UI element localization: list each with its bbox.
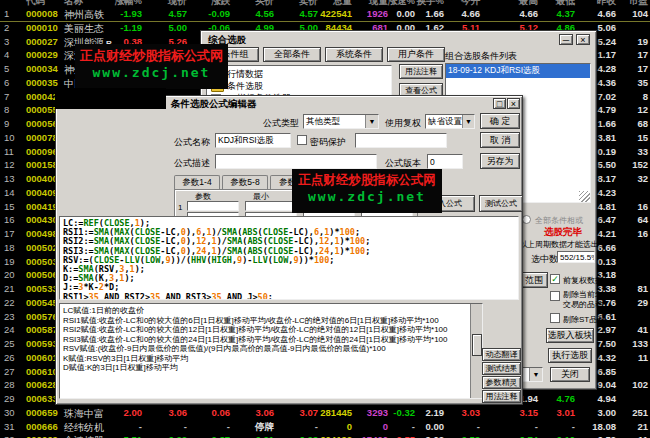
quote-value: 35 [637,77,648,88]
quote-value: 16 [637,201,648,212]
close-icon[interactable]: × [507,98,520,109]
watermark-url: www.zdcj.net [292,189,442,204]
tab-1[interactable]: 全部条件 [263,47,321,62]
quote-value: 604192 [320,434,352,438]
translation-line: D赋值:K的3日[1日权重]移动平均 [63,363,479,373]
row-number: 32 [4,434,15,438]
code-line: D:=SMA(K,3,1); [63,274,515,283]
add-to-board-button[interactable]: 选股入板块 [546,328,594,343]
quote-value: 4.23 [598,187,617,198]
formula-desc-label: 公式描述 [174,157,210,170]
tab-2[interactable]: 系统条件 [325,47,383,62]
side-button-3[interactable]: 用法注释 [482,390,521,403]
row-number: 20 [4,269,15,280]
stock-code: 000666 [26,421,58,432]
stock-code: 000096 [26,146,58,157]
formula-type-dropdown[interactable]: 其他类型▼ [303,114,379,129]
table-row[interactable]: 30000659珠海中富2.003.060.063.063.0728144532… [0,407,650,420]
formula-desc-input[interactable] [215,154,377,169]
exclude-st-checkbox[interactable] [550,313,560,323]
execute-select-button[interactable]: 执行选股 [548,348,592,363]
stock-name: 神州高铁 [64,8,104,22]
stock-code: 000659 [26,407,58,418]
minimize-icon[interactable]: ─ [559,34,573,45]
quote-value: 5.00 [169,22,188,33]
quote-value: 6.53 [462,434,481,438]
adjusted-data-label: 前复权数据 [563,275,603,286]
quote-value: 11 [638,434,648,438]
quote-value: 0.13 [598,256,617,267]
test-formula-button[interactable]: 测试公式 [479,195,523,212]
quote-value: 2.00 [124,407,143,418]
stock-code: 000430 [26,214,58,225]
watermark-url: www.zdcj.net [75,65,228,80]
list-item-selected[interactable]: 18-09-12 KDJ和RSI选股 [446,64,590,78]
row-number: 3 [4,36,9,47]
all-or-radio[interactable] [522,215,531,224]
resize-grip-icon[interactable] [579,191,590,202]
tab-3[interactable]: 用户条件 [387,47,445,62]
quote-value: 4.81 [598,201,617,212]
quote-value: 6.10 [557,434,576,438]
row-number: 11 [4,146,14,157]
exclude-untraded-checkbox[interactable] [550,291,560,301]
ok-button[interactable]: 确 定 [480,113,520,129]
side-button-0[interactable]: 动态翻译 [482,348,521,361]
quote-value: 133 [632,338,648,349]
adjusted-data-checkbox[interactable]: ✓ [550,274,560,284]
formula-code-editor[interactable]: LC:=REF(CLOSE,1);RSI1:=SMA(MAX(CLOSE-LC,… [59,216,519,300]
row-number: 9 [4,118,9,129]
stock-code: 000027 [26,36,58,47]
param-tab-1[interactable]: 参数5-8 [222,175,268,189]
password-checkbox[interactable] [297,135,307,145]
password-input[interactable] [355,133,447,148]
quote-value: 3.03 [462,407,481,418]
param-tab-0[interactable]: 参数1-4 [174,175,220,189]
row-number: 29 [4,393,15,404]
selected-count-value: 552/15.5% [557,251,595,263]
side-button-1[interactable]: 测试结果 [482,362,521,375]
quote-value: - [412,421,415,432]
row-number: 17 [4,228,15,239]
quote-value: 0.19 [598,146,617,157]
quote-value: 4.28 [598,63,617,74]
formula-version-input[interactable]: 0 [427,154,463,169]
side-button-2[interactable]: 参数精灵 [482,376,521,389]
quote-value: 4.57 [169,8,188,19]
table-row[interactable]: 31000666经纬纺机---停牌-00-0.00---18.0821 [0,421,650,434]
adjust-dropdown[interactable]: 缺省设置▼ [425,114,475,129]
stock-code: 000503 [26,256,58,267]
quote-value: 1.17 [598,49,617,60]
quote-value: 29 [637,297,648,308]
quote-value: -1.19 [120,22,142,33]
quote-value: 6.21 [256,434,275,438]
table-row[interactable]: 1000008神州高铁-1.934.57-0.094.564.574225411… [0,8,650,21]
quote-value: 281445 [320,407,352,418]
cancel-button[interactable]: 取 消 [480,132,520,148]
quote-value: 422541 [320,8,352,19]
maximize-icon[interactable]: □ [493,98,506,109]
param-row-number: 1 [178,203,182,212]
close-button[interactable]: 关闭 [550,367,590,382]
close-icon[interactable]: × [576,34,590,45]
watermark-top: 正点财经炒股指标公式网 www.zdcj.net [75,44,228,89]
formula-name-input[interactable]: KDJ和RSI选股 [215,133,291,148]
quote-value: 6.23 [300,434,319,438]
quote-value: 9.02 [426,434,445,438]
row-number: 15 [4,201,15,212]
param-input[interactable] [245,201,297,211]
save-as-button[interactable]: 另存为 [480,153,520,169]
stock-name: 美丽生态 [64,22,104,36]
stock-code: 000055 [26,104,58,115]
scrollbar[interactable] [470,304,482,398]
param-input[interactable] [187,201,239,211]
quote-value: 停牌 [255,421,274,434]
scrollbar-thumb[interactable] [472,334,482,356]
quote-value: - [184,421,187,432]
quote-value: 6.85 [598,366,617,377]
quote-value: -0.09 [208,8,230,19]
quote-value: 0 [347,421,352,432]
row-number: 22 [4,297,15,308]
usage-note-button[interactable]: 用法注释 [399,64,443,79]
table-row[interactable]: 32000669金鸿控股-5.516.22-0.376.216.23604192… [0,434,650,438]
